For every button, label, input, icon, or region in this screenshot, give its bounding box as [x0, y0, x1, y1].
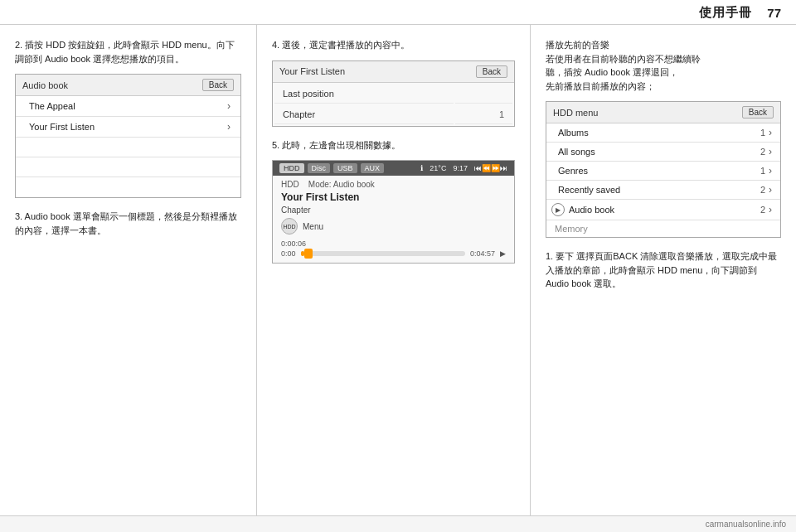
progress-fill: [301, 251, 304, 256]
item-right: 2›: [760, 204, 772, 215]
listen-box: Your First Listen Back Last position Cha…: [272, 60, 515, 127]
step3-text: 3. Audio book 選單會顯示一個標題，然後是分類裡播放的內容，選擇一本…: [15, 210, 241, 237]
progress-bar-container: 0:00 0:04:57 ▶: [281, 249, 506, 258]
progress-thumb: [304, 249, 313, 259]
right-intro-text: 播放先前的音樂 若使用者在目前聆聽的內容不想繼續聆 聽，插按 Audio boo…: [546, 38, 781, 93]
audiobook-back-button[interactable]: Back: [202, 79, 234, 91]
list-item[interactable]: The Appeal ›: [16, 96, 240, 117]
table-row: Chapter 1: [274, 105, 512, 124]
end-time: 0:04:57: [470, 249, 495, 258]
hdd-menu-allsongs[interactable]: All songs 2›: [546, 143, 780, 162]
chevron-right-icon: ›: [769, 204, 772, 215]
player-track-title: Your First Listen: [273, 191, 514, 206]
chevron-right-icon: ›: [227, 121, 231, 133]
item-label: Genres: [558, 166, 588, 176]
item-label: Recently saved: [558, 185, 620, 195]
item-right: 1›: [760, 127, 772, 138]
footer-url: carmanualsonline.info: [706, 520, 786, 529]
item-label: Albums: [558, 128, 589, 138]
player-progress-area: 0:00:06 0:00 0:04:57 ▶: [273, 238, 514, 263]
player-mode: HDD Mode: Audio book: [273, 176, 514, 191]
play-icon: ▶: [500, 249, 506, 258]
listen-title: Your First Listen: [279, 66, 345, 76]
start-time: 0:00: [281, 249, 296, 258]
elapsed-time: 0:00:06: [281, 239, 506, 248]
list-item-empty: [16, 177, 240, 197]
audiobook-row: ▶ Audio book: [551, 203, 614, 216]
hdd-menu-genres[interactable]: Genres 1›: [546, 162, 780, 181]
page-title: 使用手冊: [699, 5, 752, 21]
step4-text: 4. 選後，選定書裡播放的內容中。: [272, 38, 515, 52]
player-menu-row: HDD Menu: [273, 216, 514, 238]
item-label: All songs: [558, 147, 595, 157]
player-chapter: Chapter: [273, 206, 514, 216]
hdd-menu-box: HDD menu Back Albums 1› All songs 2› Gen…: [546, 101, 781, 238]
table-cell-label: Last position: [274, 85, 454, 104]
item-label: Your First Listen: [29, 122, 95, 132]
item-right: 1›: [760, 165, 772, 177]
progress-bar[interactable]: [301, 251, 465, 256]
hdd-menu-title: HDD menu: [553, 108, 598, 118]
list-item[interactable]: Your First Listen ›: [16, 117, 240, 138]
page-number: 77: [767, 6, 781, 20]
item-right: 2›: [760, 184, 772, 196]
audiobook-list: The Appeal › Your First Listen ›: [16, 96, 240, 197]
list-item-empty: [16, 138, 240, 157]
page-header: 使用手冊 77: [0, 0, 796, 25]
player-topbar: HDD Disc USB AUX ℹ 21°C 9:17 ⏮⏪⏩⏭: [273, 161, 514, 176]
hdd-menu-button[interactable]: HDD: [281, 218, 298, 235]
item-label: The Appeal: [29, 101, 75, 111]
step2-text: 2. 插按 HDD 按鈕旋鈕，此時會顯示 HDD menu。向下調節到 Audi…: [15, 38, 241, 65]
step1-text: 1. 要下 選擇頁面BACK 清除選取音樂播放，選取完成中最入播放的章節，此時會…: [546, 249, 781, 291]
table-cell-value: 1: [455, 105, 512, 124]
source-hdd-button[interactable]: HDD: [279, 163, 304, 173]
hdd-menu-header: HDD menu Back: [546, 102, 780, 123]
chevron-right-icon: ›: [769, 146, 772, 157]
listen-back-button[interactable]: Back: [476, 65, 507, 78]
list-item-empty: [16, 157, 240, 177]
chevron-right-icon: ›: [769, 127, 772, 138]
info-icon: ℹ: [420, 164, 423, 172]
audiobook-box: Audio book Back The Appeal › Your First …: [15, 74, 241, 198]
memory-label: Memory: [555, 224, 588, 234]
player-sources: HDD Disc USB AUX: [279, 163, 384, 173]
hdd-icon: HDD: [283, 224, 295, 230]
table-cell-value: [455, 85, 512, 104]
hdd-memory-row: Memory: [546, 220, 780, 237]
hdd-label: HDD: [281, 180, 299, 189]
item-right: 2›: [760, 146, 772, 157]
col-right: 播放先前的音樂 若使用者在目前聆聽的內容不想繼續聆 聽，插按 Audio boo…: [531, 25, 796, 527]
item-label: Audio book: [569, 205, 614, 215]
table-row: Last position: [274, 85, 512, 104]
clock: 9:17: [453, 164, 468, 172]
audiobook-icon: ▶: [551, 203, 565, 216]
source-usb-button[interactable]: USB: [333, 163, 357, 173]
source-aux-button[interactable]: AUX: [361, 163, 385, 173]
mode-label: Mode: Audio book: [308, 180, 375, 189]
hdd-menu-recently-saved[interactable]: Recently saved 2›: [546, 181, 780, 200]
table-cell-label: Chapter: [274, 105, 454, 124]
player-status: ℹ 21°C 9:17 ⏮⏪⏩⏭: [420, 164, 507, 172]
listen-header: Your First Listen Back: [273, 61, 514, 83]
source-disc-button[interactable]: Disc: [308, 163, 331, 173]
audiobook-header: Audio book Back: [16, 75, 240, 96]
media-controls: ⏮⏪⏩⏭: [474, 164, 507, 172]
chevron-right-icon: ›: [227, 100, 231, 112]
audiobook-title: Audio book: [22, 80, 68, 90]
listen-table: Last position Chapter 1: [273, 83, 514, 126]
main-content: 2. 插按 HDD 按鈕旋鈕，此時會顯示 HDD menu。向下調節到 Audi…: [0, 25, 796, 527]
player-box: HDD Disc USB AUX ℹ 21°C 9:17 ⏮⏪⏩⏭ HDD Mo…: [272, 160, 515, 264]
chevron-right-icon: ›: [769, 184, 772, 196]
footer-bar: carmanualsonline.info: [0, 515, 796, 532]
menu-label: Menu: [303, 222, 323, 231]
col-center: 4. 選後，選定書裡播放的內容中。 Your First Listen Back…: [257, 25, 531, 527]
chevron-right-icon: ›: [769, 165, 772, 177]
hdd-menu-back-button[interactable]: Back: [742, 106, 774, 118]
hdd-menu-audiobook[interactable]: ▶ Audio book 2›: [546, 200, 780, 220]
col-left: 2. 插按 HDD 按鈕旋鈕，此時會顯示 HDD menu。向下調節到 Audi…: [0, 25, 257, 527]
step5-text: 5. 此時，左邊會出現相關數據。: [272, 138, 515, 152]
temperature: 21°C: [430, 164, 446, 172]
hdd-menu-albums[interactable]: Albums 1›: [546, 123, 780, 143]
